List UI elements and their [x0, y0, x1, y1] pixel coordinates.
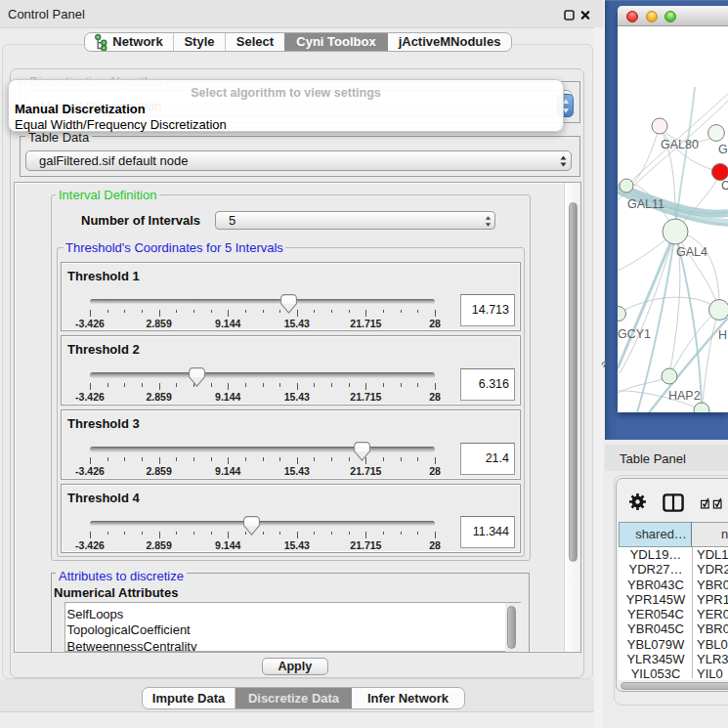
- svg-text:GAL11: GAL11: [627, 197, 664, 211]
- svg-text:GAL4: GAL4: [676, 245, 707, 259]
- svg-text:GAL80: GAL80: [661, 138, 699, 151]
- svg-text:C: C: [721, 179, 728, 193]
- svg-text:G: G: [718, 143, 728, 156]
- svg-text:GCY1: GCY1: [618, 327, 651, 341]
- svg-text:H: H: [718, 328, 727, 342]
- svg-text:HAP2: HAP2: [668, 389, 701, 403]
